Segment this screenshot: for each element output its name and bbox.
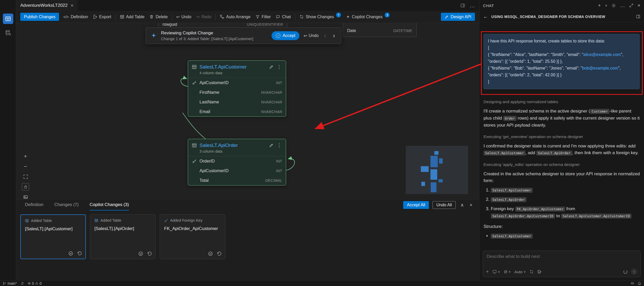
chat-input[interactable] [487, 254, 637, 259]
column-row[interactable]: ApiCustomerID INT [188, 166, 286, 176]
undo-change-button[interactable]: ↩ Undo [304, 33, 319, 38]
column-row[interactable]: FirstName NVARCHAR [188, 88, 286, 97]
sparkle-icon [346, 15, 350, 19]
back-icon[interactable]: ← [483, 14, 488, 20]
accept-change-button[interactable]: ✓ Accept [272, 31, 299, 40]
split-editor-icon[interactable] [460, 3, 465, 8]
column-row[interactable]: OrderID INT [188, 156, 286, 166]
editor-more-actions-icon[interactable]: … [470, 3, 475, 9]
close-panel-icon[interactable]: × [468, 202, 473, 208]
add-table-button[interactable]: Add Table [119, 15, 145, 19]
mode-picker[interactable]: ∨ [492, 270, 500, 274]
table-menu-icon[interactable]: ⋮ [276, 64, 282, 70]
column-type: INT [276, 169, 282, 173]
fit-view-button[interactable] [22, 173, 29, 180]
compare-changes-icon[interactable] [529, 270, 534, 274]
collapse-panel-icon[interactable]: ∧ [459, 202, 465, 208]
undo-change-icon[interactable] [77, 251, 82, 256]
chat-button[interactable]: Chat [275, 15, 292, 19]
schema-canvas[interactable]: rowguid UNIQUEIDENTIFIER Date DATETIME R… [16, 23, 479, 199]
schema-designer-activity-icon[interactable] [3, 14, 13, 24]
undo-icon: ↩ [176, 15, 180, 19]
definition-button[interactable]: </> Definition [62, 15, 89, 19]
tab-definition[interactable]: Definition [25, 200, 43, 210]
code-chip: SalesLT.ApiOrder.ApiCustomerID [491, 214, 555, 219]
undo-change-icon[interactable] [147, 251, 152, 256]
gear-icon[interactable] [611, 3, 616, 8]
model-picker[interactable]: Auto ∨ [514, 270, 526, 274]
column-type: DECIMAL [265, 178, 282, 183]
publish-changes-button[interactable]: Publish Changes [20, 13, 59, 21]
column-row[interactable]: Total DECIMAL [188, 176, 286, 185]
column-row[interactable]: LastName NVARCHAR [188, 97, 286, 107]
git-branch-indicator[interactable]: main* [3, 281, 17, 285]
table-menu-icon[interactable]: ⋮ [276, 142, 282, 148]
change-title: FK_ApiOrder_ApiCustomer [164, 226, 221, 231]
email-link[interactable]: alice@example.com [583, 52, 621, 57]
table-node-apiorder[interactable]: SalesLT.ApiOrder ⋮ 3 column data OrderID… [188, 139, 286, 185]
auto-arrange-button[interactable]: Auto Arrange [219, 15, 251, 19]
table-fragment-right[interactable]: Date DATETIME [343, 23, 417, 37]
bell-icon[interactable] [637, 281, 641, 285]
accept-all-button[interactable]: Accept All [403, 201, 429, 209]
database-search-activity-icon[interactable] [3, 28, 13, 38]
filter-button[interactable]: Filter [255, 15, 272, 19]
undo-button[interactable]: ↩ Undo [176, 15, 192, 19]
chat-paragraph: Created in the active schema designer to… [484, 171, 640, 184]
undo-all-button[interactable]: Undo All [433, 201, 456, 209]
request-text: "orders": [{ "orderId": 2, "total": 42.0… [488, 73, 562, 77]
table-node-apicustomer[interactable]: SalesLT.ApiCustomer ⋮ 4 column data ApiC… [188, 60, 286, 117]
next-change-icon[interactable]: › [332, 32, 336, 39]
loading-spinner [623, 270, 627, 274]
chat-input-box[interactable]: + ∨ ⊘ ∨ Auto ∨ ↑ [483, 251, 641, 277]
design-api-label: Design API [451, 15, 471, 19]
sync-icon[interactable] [21, 282, 24, 285]
lock-canvas-button[interactable] [22, 183, 29, 190]
panel-layout-icon[interactable] [636, 14, 640, 19]
open-in-editor-icon[interactable] [629, 3, 633, 8]
edit-table-icon[interactable] [269, 143, 274, 148]
edit-table-icon[interactable] [269, 65, 274, 69]
tab-adventureworks[interactable]: AdventureWorksLT2022 × [16, 0, 78, 11]
export-button[interactable]: Export [92, 15, 112, 19]
toolbar-separator [295, 14, 295, 20]
keep-change-icon[interactable] [138, 251, 143, 256]
undo-change-icon[interactable] [217, 251, 222, 256]
copilot-icon[interactable] [630, 281, 634, 285]
tools-picker[interactable]: ⊘ ∨ [504, 269, 511, 275]
send-icon[interactable]: ↑ [631, 269, 637, 275]
design-api-button[interactable]: Design API [441, 13, 475, 21]
zoom-out-button[interactable]: − [22, 163, 29, 170]
tab-close-icon[interactable]: × [71, 3, 74, 8]
copilot-changes-button[interactable]: Copilot Changes 3 [345, 14, 390, 19]
close-chat-icon[interactable]: × [637, 3, 640, 8]
pencil-icon [445, 15, 449, 19]
previous-change-icon[interactable]: ‹ [323, 32, 327, 39]
keep-change-icon[interactable] [208, 251, 213, 256]
change-card-apiorder[interactable]: Added Table [SalesLT].[ApiOrder] [90, 214, 156, 259]
banner-text: Reviewing Copilot Change Change 1 of 3: … [161, 30, 253, 41]
edit-table-tool-icon[interactable] [537, 270, 542, 274]
zoom-in-button[interactable]: + [22, 153, 29, 160]
changes-panel: Definition Changes (7) Copilot Changes (… [16, 199, 479, 280]
export-image-button[interactable] [22, 193, 29, 199]
change-card-apicustomer[interactable]: Added Table [SalesLT].[ApiCustomer] [20, 214, 86, 259]
delete-button[interactable]: Delete [149, 15, 168, 19]
tab-changes[interactable]: Changes (7) [54, 200, 79, 210]
new-chat-icon[interactable]: + [598, 3, 601, 8]
attach-context-icon[interactable]: + [486, 269, 489, 274]
chat-more-icon[interactable]: … [620, 3, 625, 8]
redo-button[interactable]: ↪ Redo [196, 15, 212, 19]
new-chat-dropdown-icon[interactable]: ∨ [605, 4, 607, 7]
problems-indicator[interactable]: ⊘ 0 ⚠ 0 [28, 281, 42, 285]
check-icon: ✓ [276, 33, 280, 38]
email-link[interactable]: bob@example.com [582, 66, 618, 70]
column-row[interactable]: ApiCustomerID INT [188, 78, 286, 88]
keep-change-icon[interactable] [68, 251, 73, 256]
show-changes-button[interactable]: Show Changes 7 [299, 14, 342, 19]
column-row[interactable]: Email NVARCHAR [188, 107, 286, 116]
change-card-foreignkey[interactable]: Added Foreign Key FK_ApiOrder_ApiCustome… [160, 214, 225, 259]
chat-text: I'll create a normalized schema in the a… [484, 109, 590, 114]
minimap[interactable] [406, 146, 468, 194]
tab-copilot-changes[interactable]: Copilot Changes (3) [89, 200, 129, 210]
